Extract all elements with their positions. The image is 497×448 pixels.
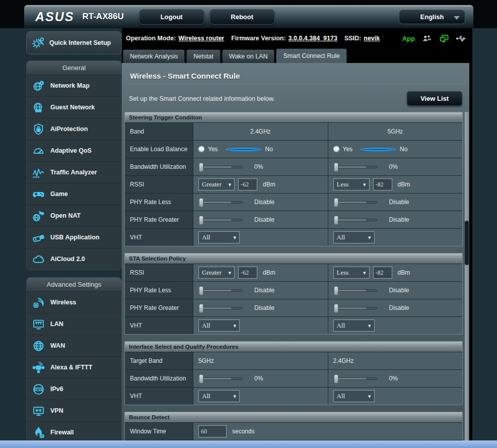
devices-icon[interactable] (439, 34, 449, 43)
firmware-version-link[interactable]: 3.0.0.4.384_9173 (289, 35, 337, 42)
vht-cell: All▾ (193, 229, 328, 246)
slider-thumb[interactable] (199, 304, 203, 313)
value-input[interactable] (238, 267, 257, 279)
value-input[interactable] (373, 267, 392, 279)
chevron-down-icon: ▾ (228, 181, 231, 188)
sidebar-item-quick-internet-setup[interactable]: Quick Internet Setup (26, 31, 122, 54)
page-title: Wireless - Smart Connect Rule (122, 63, 469, 84)
select-all[interactable]: All▾ (198, 319, 240, 332)
slider-thumb[interactable] (199, 163, 203, 172)
slider-track[interactable] (199, 289, 243, 292)
sidebar-item-vpn[interactable]: VPN (27, 400, 121, 421)
ssid-link[interactable]: nevik (364, 35, 380, 42)
app-link[interactable]: App (402, 35, 415, 42)
select-greater[interactable]: Greater▾ (198, 267, 235, 279)
tab-network-analysis[interactable]: Network Analysis (123, 49, 185, 63)
radio-label: Yes (343, 146, 353, 153)
sidebar-item-adaptive-qos[interactable]: Adaptive QoS (27, 140, 121, 161)
sidebar-item-aicloud-2-0[interactable]: AiCloud 2.0 (27, 248, 121, 270)
reboot-button[interactable]: Reboot (209, 9, 275, 25)
slider-thumb[interactable] (334, 286, 338, 295)
sidebar-group: GeneralNetwork MapGuest NetworkAiProtect… (26, 60, 122, 270)
slider-thumb[interactable] (334, 198, 338, 207)
tab-wake-on-lan[interactable]: Wake on LAN (222, 49, 275, 63)
select-value: Greater (202, 180, 222, 188)
select-all[interactable]: All▾ (198, 390, 240, 402)
section-title: Interface Select and Qualify Procedures (125, 342, 462, 352)
logout-button[interactable]: Logout (139, 9, 204, 25)
radio-yes[interactable] (333, 146, 339, 152)
table-row: Target Band5GHz2.4GHz (125, 352, 462, 369)
slider-track[interactable] (199, 219, 243, 221)
slider-thumb[interactable] (334, 374, 338, 383)
slider-track[interactable] (199, 377, 243, 380)
operation-mode-label: Operation Mode: (126, 35, 176, 42)
sidebar-item-ipv6[interactable]: IPV6IPv6 (27, 378, 121, 400)
sidebar-item-open-nat[interactable]: Open NAT (27, 205, 121, 226)
clients-icon[interactable] (422, 34, 432, 43)
slider-thumb[interactable] (199, 216, 203, 225)
slider-thumb[interactable] (334, 163, 338, 172)
value-input[interactable] (198, 425, 227, 437)
slider-track[interactable] (334, 289, 378, 292)
asus-logo: ASUS (35, 10, 74, 24)
radio-yes[interactable] (198, 146, 204, 152)
operation-mode-link[interactable]: Wireless router (178, 35, 224, 42)
slider-thumb[interactable] (199, 374, 203, 383)
usb-icon[interactable] (456, 34, 466, 43)
tab-smart-connect-rule[interactable]: Smart Connect Rule (276, 48, 347, 63)
slider-track[interactable] (334, 201, 378, 204)
view-list-button[interactable]: View List (407, 91, 462, 106)
select-less[interactable]: Less▾ (333, 178, 370, 190)
radio-no-selected[interactable] (360, 148, 396, 151)
sidebar-item-game[interactable]: Game (27, 183, 121, 205)
value-input[interactable] (238, 178, 257, 190)
slider-value: 0% (389, 163, 398, 170)
slider-track[interactable] (334, 219, 378, 221)
row-label: VHT (125, 229, 193, 246)
select-all[interactable]: All▾ (198, 231, 240, 243)
slider-thumb[interactable] (199, 286, 203, 295)
language-selector[interactable]: English (399, 10, 465, 24)
chevron-down-icon: ▾ (368, 234, 371, 241)
section-title: Bounce Detect (125, 412, 462, 422)
select-value: Less (337, 269, 349, 277)
sidebar-item-wireless[interactable]: Wireless (27, 291, 121, 313)
sidebar-item-aiprotection[interactable]: AiProtection (27, 118, 121, 140)
slider-thumb[interactable] (199, 198, 203, 207)
select-greater[interactable]: Greater▾ (198, 178, 235, 190)
slider-track[interactable] (199, 201, 243, 204)
value-input[interactable] (373, 178, 392, 190)
scrollbar-thumb[interactable] (465, 221, 469, 265)
select-less[interactable]: Less▾ (333, 267, 370, 279)
slider-thumb[interactable] (334, 216, 338, 225)
sidebar-item-alexa-ifttt[interactable]: Alexa & IFTTT (27, 356, 121, 378)
sidebar-item-label: Adaptive QoS (50, 147, 92, 154)
chevron-down-icon: ▾ (368, 323, 371, 329)
select-all[interactable]: All▾ (333, 231, 375, 243)
sidebar-item-usb-application[interactable]: USB Application (27, 226, 121, 248)
sidebar-item-wan[interactable]: WAN (27, 335, 121, 356)
row-label: RSSI (125, 264, 193, 281)
scrollbar-track[interactable] (465, 112, 469, 448)
table-row: Bandwidth Utilization0%0% (125, 369, 462, 387)
select-all[interactable]: All▾ (333, 319, 375, 332)
tab-netstat[interactable]: Netstat (186, 49, 221, 63)
sidebar-item-lan[interactable]: LAN (27, 313, 121, 335)
slider-track[interactable] (199, 166, 243, 168)
slider-track[interactable] (334, 377, 378, 380)
sidebar-item-firewall[interactable]: Firewall (27, 421, 121, 443)
sidebar-item-network-map[interactable]: Network Map (27, 75, 121, 96)
sidebar-item-guest-network[interactable]: Guest Network (27, 96, 121, 118)
sidebar-item-label: AiCloud 2.0 (50, 255, 85, 263)
radio-label: Yes (208, 146, 218, 153)
chevron-down-icon: ▾ (368, 393, 371, 400)
slider-thumb[interactable] (334, 304, 338, 313)
slider-track[interactable] (199, 307, 243, 309)
slider-track[interactable] (334, 166, 378, 168)
slider-track[interactable] (334, 307, 378, 309)
select-all[interactable]: All▾ (333, 390, 375, 402)
row-label: Enable Load Balance (125, 141, 193, 158)
sidebar-item-traffic-analyzer[interactable]: Traffic Analyzer (27, 161, 121, 183)
radio-no-selected[interactable] (226, 148, 262, 151)
